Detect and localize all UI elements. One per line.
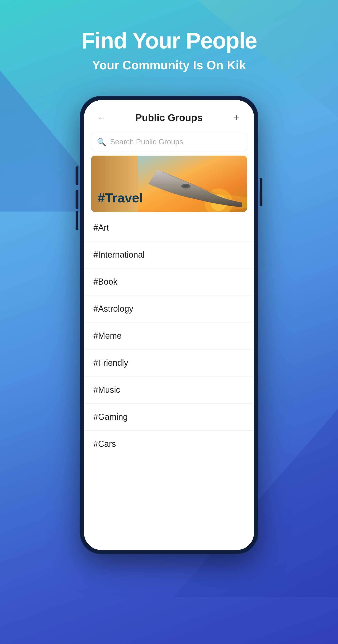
screen: ← Public Groups + 🔍 Search Public Groups xyxy=(84,100,254,550)
category-item[interactable]: #Cars xyxy=(84,430,254,458)
add-icon: + xyxy=(234,113,239,122)
airplane-wing-image xyxy=(138,156,247,212)
back-button[interactable]: ← xyxy=(96,112,108,124)
travel-banner-label: #Travel xyxy=(98,190,143,206)
category-label: #Astrology xyxy=(93,304,133,314)
category-label: #Book xyxy=(93,277,117,287)
category-label: #Meme xyxy=(93,331,122,341)
category-item[interactable]: #Art xyxy=(84,214,254,242)
back-arrow-icon: ← xyxy=(97,114,106,122)
category-label: #Friendly xyxy=(93,358,128,368)
category-item[interactable]: #International xyxy=(84,242,254,268)
svg-rect-5 xyxy=(183,185,188,187)
page-title: Public Groups xyxy=(135,112,202,124)
category-label: #Cars xyxy=(93,439,116,449)
headline: Find Your People xyxy=(81,28,257,53)
subheadline: Your Community Is On Kik xyxy=(81,58,257,72)
category-list: #Art#International#Book#Astrology#Meme#F… xyxy=(84,214,254,550)
category-label: #Music xyxy=(93,385,120,395)
search-bar[interactable]: 🔍 Search Public Groups xyxy=(91,133,247,151)
category-label: #Art xyxy=(93,223,109,233)
phone-inner: ← Public Groups + 🔍 Search Public Groups xyxy=(84,100,254,550)
category-item[interactable]: #Gaming xyxy=(84,404,254,430)
category-label: #Gaming xyxy=(93,412,128,422)
header-section: Find Your People Your Community Is On Ki… xyxy=(81,0,257,86)
phone-mockup: ← Public Groups + 🔍 Search Public Groups xyxy=(80,96,258,554)
search-placeholder: Search Public Groups xyxy=(110,138,241,146)
category-item[interactable]: #Astrology xyxy=(84,296,254,322)
search-container: 🔍 Search Public Groups xyxy=(84,131,254,156)
category-label: #International xyxy=(93,250,145,260)
category-item[interactable]: #Book xyxy=(84,268,254,296)
category-item[interactable]: #Music xyxy=(84,376,254,404)
top-bar: ← Public Groups + xyxy=(84,100,254,131)
travel-banner[interactable]: #Travel xyxy=(91,156,247,212)
category-item[interactable]: #Friendly xyxy=(84,350,254,376)
phone-outer: ← Public Groups + 🔍 Search Public Groups xyxy=(80,96,258,554)
category-item[interactable]: #Meme xyxy=(84,322,254,350)
search-icon: 🔍 xyxy=(97,138,106,146)
add-button[interactable]: + xyxy=(230,112,242,124)
